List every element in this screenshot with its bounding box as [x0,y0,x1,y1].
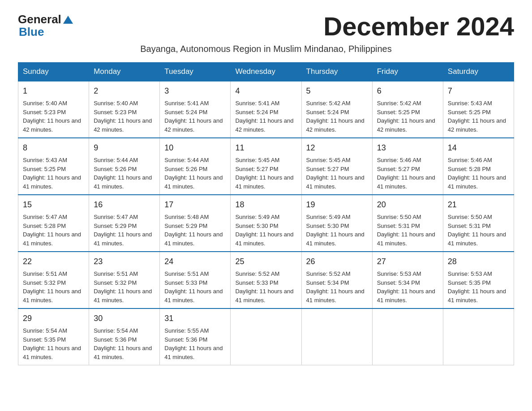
day-sunrise: Sunrise: 5:52 AM [306,270,351,277]
day-sunrise: Sunrise: 5:46 AM [448,157,492,163]
day-number: 4 [235,85,296,97]
day-number: 20 [377,199,438,211]
day-sunrise: Sunrise: 5:54 AM [23,327,67,334]
day-daylight: Daylight: 11 hours and 41 minutes. [377,288,435,304]
day-sunset: Sunset: 5:25 PM [23,166,66,172]
calendar-day-cell: 20 Sunrise: 5:50 AM Sunset: 5:31 PM Dayl… [372,195,443,252]
day-daylight: Daylight: 11 hours and 41 minutes. [306,174,365,190]
day-sunset: Sunset: 5:34 PM [377,279,420,286]
day-sunrise: Sunrise: 5:51 AM [94,270,138,277]
calendar-day-cell: 27 Sunrise: 5:53 AM Sunset: 5:34 PM Dayl… [372,252,443,308]
day-daylight: Daylight: 11 hours and 41 minutes. [164,288,223,304]
day-sunrise: Sunrise: 5:54 AM [94,327,138,334]
day-sunset: Sunset: 5:24 PM [235,109,278,116]
day-sunrise: Sunrise: 5:53 AM [448,270,492,277]
day-number: 13 [377,142,438,154]
calendar-week-row: 8 Sunrise: 5:43 AM Sunset: 5:25 PM Dayli… [18,138,514,195]
calendar-week-row: 22 Sunrise: 5:51 AM Sunset: 5:32 PM Dayl… [18,252,514,308]
day-number: 27 [377,256,438,268]
calendar-day-cell: 30 Sunrise: 5:54 AM Sunset: 5:36 PM Dayl… [89,308,160,365]
calendar-empty-cell [301,308,372,365]
day-number: 23 [94,256,155,268]
calendar-day-cell: 12 Sunrise: 5:45 AM Sunset: 5:27 PM Dayl… [301,138,372,195]
day-daylight: Daylight: 11 hours and 41 minutes. [235,231,293,247]
day-sunrise: Sunrise: 5:53 AM [377,270,421,277]
day-daylight: Daylight: 11 hours and 41 minutes. [164,174,223,190]
day-number: 2 [94,85,155,97]
day-sunset: Sunset: 5:36 PM [94,336,137,343]
calendar-day-cell: 21 Sunrise: 5:50 AM Sunset: 5:31 PM Dayl… [443,195,514,252]
day-sunrise: Sunrise: 5:42 AM [377,100,421,107]
day-sunrise: Sunrise: 5:45 AM [235,157,279,163]
day-sunrise: Sunrise: 5:50 AM [377,214,421,220]
calendar-subtitle: Bayanga, Autonomous Region in Muslim Min… [18,44,514,54]
day-daylight: Daylight: 11 hours and 41 minutes. [94,231,152,247]
calendar-day-cell: 13 Sunrise: 5:46 AM Sunset: 5:27 PM Dayl… [372,138,443,195]
day-sunrise: Sunrise: 5:43 AM [448,100,492,107]
day-sunrise: Sunrise: 5:45 AM [306,157,351,163]
day-sunrise: Sunrise: 5:50 AM [448,214,492,220]
day-header-friday: Friday [372,63,443,81]
day-number: 5 [306,85,368,97]
calendar-day-cell: 29 Sunrise: 5:54 AM Sunset: 5:35 PM Dayl… [18,308,89,365]
day-sunset: Sunset: 5:36 PM [164,336,207,343]
calendar-day-cell: 16 Sunrise: 5:47 AM Sunset: 5:29 PM Dayl… [89,195,160,252]
calendar-day-cell: 17 Sunrise: 5:48 AM Sunset: 5:29 PM Dayl… [160,195,231,252]
calendar-day-cell: 9 Sunrise: 5:44 AM Sunset: 5:26 PM Dayli… [89,138,160,195]
calendar-table: SundayMondayTuesdayWednesdayThursdayFrid… [18,62,514,365]
calendar-day-cell: 3 Sunrise: 5:41 AM Sunset: 5:24 PM Dayli… [160,81,231,138]
day-daylight: Daylight: 11 hours and 41 minutes. [448,231,506,247]
day-daylight: Daylight: 11 hours and 41 minutes. [448,174,506,190]
day-daylight: Daylight: 11 hours and 41 minutes. [94,345,152,360]
day-number: 12 [306,142,368,154]
calendar-day-cell: 31 Sunrise: 5:55 AM Sunset: 5:36 PM Dayl… [160,308,231,365]
day-sunset: Sunset: 5:25 PM [448,109,491,116]
day-sunset: Sunset: 5:30 PM [306,223,349,229]
day-number: 14 [448,142,509,154]
calendar-day-cell: 23 Sunrise: 5:51 AM Sunset: 5:32 PM Dayl… [89,252,160,308]
day-daylight: Daylight: 11 hours and 41 minutes. [94,288,152,304]
calendar-week-row: 1 Sunrise: 5:40 AM Sunset: 5:23 PM Dayli… [18,81,514,138]
calendar-day-cell: 18 Sunrise: 5:49 AM Sunset: 5:30 PM Dayl… [231,195,301,252]
day-number: 7 [448,85,509,97]
day-sunrise: Sunrise: 5:40 AM [94,100,138,107]
day-sunset: Sunset: 5:27 PM [377,166,420,172]
day-daylight: Daylight: 11 hours and 41 minutes. [235,288,293,304]
calendar-day-cell: 22 Sunrise: 5:51 AM Sunset: 5:32 PM Dayl… [18,252,89,308]
day-sunset: Sunset: 5:33 PM [164,279,207,286]
day-number: 30 [94,313,155,325]
calendar-empty-cell [372,308,443,365]
day-daylight: Daylight: 11 hours and 41 minutes. [377,174,435,190]
month-title: December 2024 [323,13,514,39]
day-daylight: Daylight: 11 hours and 42 minutes. [235,117,293,133]
day-number: 6 [377,85,438,97]
calendar-empty-cell [443,308,514,365]
day-header-sunday: Sunday [18,63,89,81]
day-number: 10 [164,142,226,154]
day-sunset: Sunset: 5:31 PM [377,223,420,229]
day-sunset: Sunset: 5:28 PM [448,166,491,172]
day-daylight: Daylight: 11 hours and 41 minutes. [164,345,223,360]
day-sunset: Sunset: 5:29 PM [164,223,207,229]
day-daylight: Daylight: 11 hours and 42 minutes. [448,117,506,133]
day-sunset: Sunset: 5:34 PM [306,279,349,286]
day-sunrise: Sunrise: 5:41 AM [164,100,209,107]
day-sunrise: Sunrise: 5:44 AM [164,157,209,163]
day-sunset: Sunset: 5:29 PM [94,223,137,229]
day-sunrise: Sunrise: 5:51 AM [23,270,67,277]
logo-blue: Blue [19,25,44,39]
day-sunrise: Sunrise: 5:55 AM [164,327,209,334]
calendar-day-cell: 5 Sunrise: 5:42 AM Sunset: 5:24 PM Dayli… [301,81,372,138]
day-sunrise: Sunrise: 5:40 AM [23,100,67,107]
day-sunrise: Sunrise: 5:47 AM [94,214,138,220]
day-number: 17 [164,199,226,211]
day-sunrise: Sunrise: 5:47 AM [23,214,67,220]
calendar-day-cell: 19 Sunrise: 5:49 AM Sunset: 5:30 PM Dayl… [301,195,372,252]
day-sunrise: Sunrise: 5:41 AM [235,100,279,107]
svg-marker-0 [63,16,73,24]
day-daylight: Daylight: 11 hours and 41 minutes. [235,174,293,190]
day-daylight: Daylight: 11 hours and 41 minutes. [164,231,223,247]
day-number: 8 [23,142,84,154]
day-number: 15 [23,199,84,211]
day-sunset: Sunset: 5:25 PM [377,109,420,116]
